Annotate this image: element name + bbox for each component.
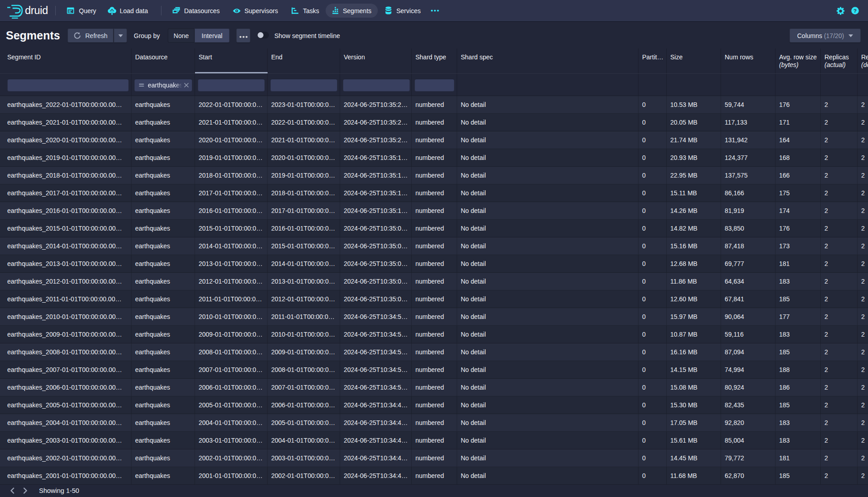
svg-text:?: ? — [853, 8, 857, 14]
